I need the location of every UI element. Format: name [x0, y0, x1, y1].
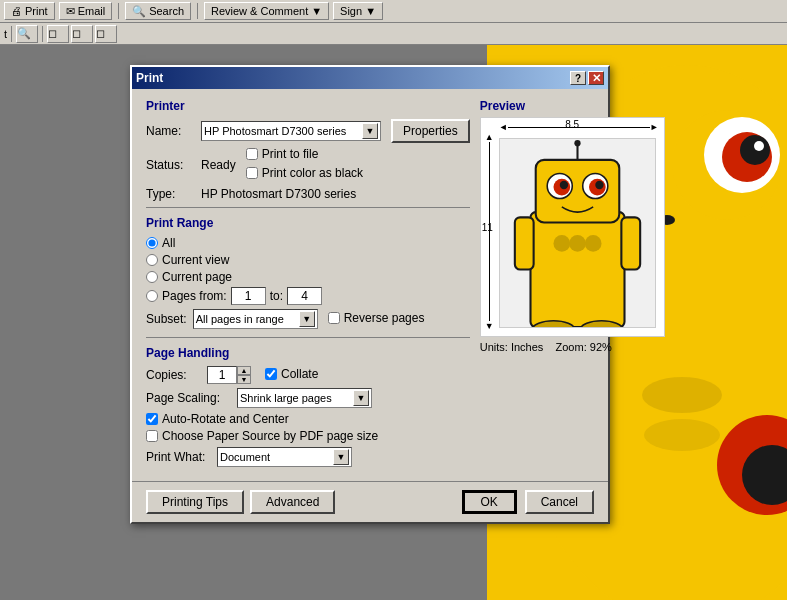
scaling-dropdown[interactable]: Shrink large pages ▼	[237, 388, 372, 408]
sep3	[11, 26, 12, 42]
printer-dropdown[interactable]: HP Photosmart D7300 series ▼	[201, 121, 381, 141]
dialog-body: Printer Name: HP Photosmart D7300 series…	[132, 89, 608, 477]
svg-point-4	[740, 135, 770, 165]
ok-button[interactable]: OK	[462, 490, 517, 514]
reverse-pages-label: Reverse pages	[344, 311, 425, 325]
scaling-arrow-icon: ▼	[353, 390, 369, 406]
review-comment-button[interactable]: Review & Comment ▼	[204, 2, 329, 20]
copies-input[interactable]	[207, 366, 237, 384]
sep4	[42, 26, 43, 42]
print-what-dropdown[interactable]: Document ▼	[217, 447, 352, 467]
svg-point-21	[553, 235, 570, 252]
zoom-in-button[interactable]: 🔍	[16, 25, 38, 43]
page-handling-section: Page Handling Copies: ▲ ▼	[146, 346, 470, 467]
reverse-pages-checkbox[interactable]	[328, 312, 340, 324]
reverse-pages-row: Reverse pages	[328, 311, 425, 325]
auto-rotate-checkbox[interactable]	[146, 413, 158, 425]
all-radio[interactable]	[146, 237, 158, 249]
print-button[interactable]: 🖨 Print	[4, 2, 55, 20]
subset-value: All pages in range	[196, 313, 284, 325]
h-arrow-right: ►	[650, 122, 659, 132]
type-row: Type: HP Photosmart D7300 series	[146, 187, 470, 201]
separator	[118, 3, 119, 19]
pages-to-label: to:	[270, 289, 283, 303]
sign-arrow-icon: ▼	[365, 5, 376, 17]
h-arrow-left: ◄	[499, 122, 508, 132]
collate-checkbox[interactable]	[265, 368, 277, 380]
print-what-label: Print What:	[146, 450, 211, 464]
toolbar: 🖨 Print ✉ Email 🔍 Search Review & Commen…	[0, 0, 787, 23]
collate-label: Collate	[281, 367, 318, 381]
nav-btn-3[interactable]: ◻	[95, 25, 117, 43]
titlebar-buttons: ? ✕	[570, 71, 604, 85]
help-button[interactable]: ?	[570, 71, 586, 85]
printing-tips-button[interactable]: Printing Tips	[146, 490, 244, 514]
auto-rotate-label: Auto-Rotate and Center	[162, 412, 289, 426]
preview-canvas: ◄ ► 8.5 ▲ ▼ 11	[480, 117, 665, 337]
dropdown-arrow-icon: ▼	[362, 123, 378, 139]
print-what-value: Document	[220, 451, 270, 463]
all-label: All	[162, 236, 175, 250]
v-dimension-value: 11	[482, 222, 493, 233]
auto-rotate-row: Auto-Rotate and Center	[146, 412, 470, 426]
svg-point-22	[569, 235, 586, 252]
subset-label: Subset:	[146, 312, 187, 326]
zoom-value: Zoom: 92%	[556, 341, 612, 353]
svg-point-20	[574, 140, 580, 146]
current-page-radio[interactable]	[146, 271, 158, 283]
collate-row: Collate	[265, 367, 318, 381]
main-content: Print ? ✕ Printer Name: HP Photosmart D7…	[0, 45, 787, 600]
svg-rect-11	[530, 212, 624, 327]
search-label: Search	[149, 5, 184, 17]
divider1	[146, 207, 470, 208]
cancel-button[interactable]: Cancel	[525, 490, 594, 514]
print-to-file-row: Print to file	[246, 147, 363, 161]
pages-from-input[interactable]	[231, 287, 266, 305]
name-label: Name:	[146, 124, 201, 138]
print-what-arrow-icon: ▼	[333, 449, 349, 465]
dialog-footer: Printing Tips Advanced OK Cancel	[132, 481, 608, 522]
type-value: HP Photosmart D7300 series	[201, 187, 356, 201]
scaling-value: Shrink large pages	[240, 392, 332, 404]
subset-dropdown[interactable]: All pages in range ▼	[193, 309, 318, 329]
print-range-section: Print Range All Current view Current pag…	[146, 216, 470, 329]
copies-label: Copies:	[146, 368, 201, 382]
svg-rect-24	[515, 217, 534, 269]
status-value: Ready	[201, 158, 236, 172]
printer-section-header: Printer	[146, 99, 470, 113]
email-label: Email	[78, 5, 106, 17]
spin-down-button[interactable]: ▼	[237, 375, 251, 384]
type-label: Type:	[146, 187, 201, 201]
nav-btn-2[interactable]: ◻	[71, 25, 93, 43]
search-button[interactable]: 🔍 Search	[125, 2, 191, 20]
separator2	[197, 3, 198, 19]
scaling-row: Page Scaling: Shrink large pages ▼	[146, 388, 470, 408]
review-label: Review & Comment	[211, 5, 308, 17]
svg-point-17	[559, 181, 567, 189]
current-view-radio[interactable]	[146, 254, 158, 266]
pages-to-input[interactable]	[287, 287, 322, 305]
pages-radio[interactable]	[146, 290, 158, 302]
print-to-file-checkbox[interactable]	[246, 148, 258, 160]
choose-paper-checkbox[interactable]	[146, 430, 158, 442]
choose-paper-label: Choose Paper Source by PDF page size	[162, 429, 378, 443]
close-button[interactable]: ✕	[588, 71, 604, 85]
properties-button[interactable]: Properties	[391, 119, 470, 143]
dialog-titlebar: Print ? ✕	[132, 67, 608, 89]
spin-up-button[interactable]: ▲	[237, 366, 251, 375]
email-button[interactable]: ✉ Email	[59, 2, 113, 20]
print-label: Print	[25, 5, 48, 17]
nav-btn-1[interactable]: ◻	[47, 25, 69, 43]
advanced-button[interactable]: Advanced	[250, 490, 335, 514]
current-view-label: Current view	[162, 253, 229, 267]
preview-units: Units: Inches Zoom: 92%	[480, 341, 665, 353]
toolbar2: t 🔍 ◻ ◻ ◻	[0, 23, 787, 45]
print-color-row: Print color as black	[246, 166, 363, 180]
svg-point-5	[754, 141, 764, 151]
dialog-right-col: Preview ◄ ► 8.5 ▲	[480, 99, 665, 467]
sign-button[interactable]: Sign ▼	[333, 2, 383, 20]
print-color-checkbox[interactable]	[246, 167, 258, 179]
status-label: Status:	[146, 158, 201, 172]
h-dimension-value: 8.5	[565, 119, 579, 130]
sign-label: Sign	[340, 5, 362, 17]
